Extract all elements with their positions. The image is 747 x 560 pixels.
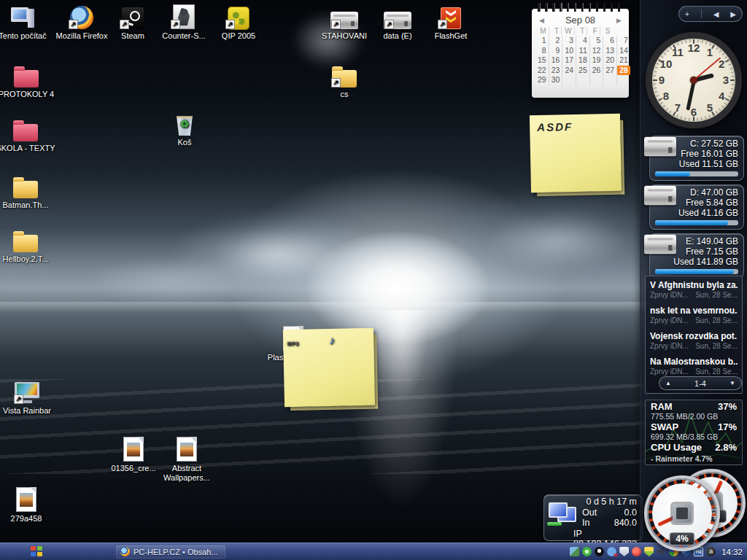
- calendar-date[interactable]: 17: [562, 55, 576, 66]
- calendar-day-headers: MTWTFSS: [532, 26, 629, 35]
- disk-meter-d[interactable]: D: 47.00 GB Free 5.84 GB Used 41.16 GB: [649, 184, 744, 230]
- calendar-date[interactable]: 29: [535, 75, 549, 85]
- sidebar-next-button[interactable]: ▶: [730, 10, 736, 18]
- news-title[interactable]: Na Malostranskou b...: [650, 357, 738, 367]
- cpu-gauge-widget[interactable]: 4%: [644, 475, 720, 551]
- sidebar-add-button[interactable]: +: [685, 10, 689, 18]
- disk-free: Free 5.84 GB: [678, 198, 738, 208]
- calendar-date[interactable]: 21: [616, 55, 630, 66]
- calendar-date[interactable]: 30: [549, 75, 562, 85]
- calendar-date[interactable]: 2: [549, 36, 562, 46]
- calendar-date[interactable]: 8: [535, 46, 549, 56]
- calendar-date[interactable]: 28: [616, 66, 630, 76]
- network-widget[interactable]: 0 d 5 h 17 m Out 0.0 In 840.0 IP 89.103.…: [543, 494, 643, 541]
- calendar-date[interactable]: 22: [535, 66, 549, 76]
- news-title[interactable]: nsk let na vesmrnou...: [650, 306, 738, 316]
- calendar-widget[interactable]: ◀ Sep 08 ▶ MTWTFSS 123456789101112131415…: [532, 3, 629, 98]
- calendar-date[interactable]: [562, 75, 576, 85]
- calendar-day-header: S: [600, 26, 613, 35]
- calendar-date[interactable]: [616, 75, 630, 85]
- disk-usage-bar: [655, 269, 738, 274]
- tray-security-shield-icon[interactable]: [644, 547, 654, 556]
- news-title[interactable]: V Afghnistnu byla za...: [650, 280, 738, 290]
- desktop-icon-skola-texty[interactable]: SKOLA - TEXTY: [0, 115, 59, 153]
- desktop-icon-batman[interactable]: Batman.Th...: [0, 172, 59, 210]
- calendar-date[interactable]: 12: [589, 46, 603, 56]
- system-monitor-widget[interactable]: RAM 37% 775.55 MB/2.00 GB SWAP 17% 699.3…: [645, 400, 743, 465]
- desktop-icon-cs-folder[interactable]: ↗ cs: [311, 61, 378, 99]
- folder-icon: [13, 181, 38, 198]
- calendar-day-header: F: [587, 26, 600, 35]
- calendar-date[interactable]: 19: [589, 55, 603, 66]
- desktop-icon-image-file-2[interactable]: Abstract Wallpapers...: [153, 435, 220, 483]
- calendar-date[interactable]: 10: [562, 46, 576, 56]
- calendar-date[interactable]: [589, 75, 603, 85]
- tray-antivirus-icon[interactable]: [632, 547, 641, 556]
- news-title[interactable]: Vojensk rozvdka pot...: [650, 331, 738, 341]
- calendar-date[interactable]: [603, 75, 616, 85]
- calendar-date[interactable]: 14: [616, 46, 630, 56]
- analog-clock-widget[interactable]: 123456789101112: [646, 32, 742, 128]
- calendar-date[interactable]: 27: [603, 66, 616, 76]
- calendar-date[interactable]: 9: [549, 46, 562, 56]
- news-item[interactable]: V Afghnistnu byla za... Zprvy iDN... Sun…: [646, 276, 742, 302]
- calendar-date[interactable]: 1: [535, 36, 549, 46]
- desktop-icon-hellboy[interactable]: Hellboy.2.T...: [0, 226, 59, 264]
- calendar-date[interactable]: 3: [562, 36, 576, 46]
- task-label: PC-HELP.CZ • Obsah...: [133, 548, 218, 556]
- icon-label: Steam: [121, 31, 144, 40]
- tray-steam-icon[interactable]: [595, 547, 604, 556]
- news-pager-up-icon[interactable]: ▲: [665, 380, 671, 386]
- calendar-day-header: T: [574, 26, 587, 35]
- calendar-date[interactable]: 24: [562, 66, 576, 76]
- calendar-date[interactable]: 26: [589, 66, 603, 76]
- sidebar-prev-button[interactable]: ◀: [713, 10, 719, 18]
- start-button[interactable]: [31, 546, 43, 557]
- calendar-date[interactable]: 7: [616, 36, 630, 46]
- calendar-date[interactable]: 4: [576, 36, 589, 46]
- desktop-icon-recycle-bin[interactable]: Koš: [151, 109, 218, 147]
- desktop-icon-mp3-file[interactable]: ♪ MP3 Plastic - Frogs: [260, 324, 327, 362]
- calendar-date[interactable]: 5: [589, 36, 603, 46]
- disk-used: Used 141.89 GB: [673, 257, 738, 267]
- tray-qip-status-icon[interactable]: [582, 547, 592, 556]
- news-item[interactable]: nsk let na vesmrnou... Zprvy iDN... Sun,…: [646, 302, 742, 327]
- desktop-icon-protokoly[interactable]: PROTOKOLY 4: [0, 61, 60, 99]
- tray-shield-icon[interactable]: [619, 547, 629, 556]
- taskbar-task-firefox[interactable]: PC-HELP.CZ • Obsah...: [116, 545, 225, 559]
- taskbar-clock[interactable]: 14:32: [721, 548, 743, 556]
- disk-meter-e[interactable]: E: 149.04 GB Free 7.15 GB Used 141.89 GB: [649, 233, 744, 279]
- calendar-date[interactable]: [576, 75, 589, 85]
- calendar-date[interactable]: 25: [576, 66, 589, 76]
- desktop-icon-flashget[interactable]: ↗ FlashGet: [417, 3, 484, 41]
- tray-network-disconnected-icon[interactable]: [607, 547, 616, 556]
- sticky-note-widget[interactable]: ASDF: [530, 114, 622, 193]
- calendar-date[interactable]: 18: [576, 55, 589, 66]
- tray-ati-icon[interactable]: a: [706, 547, 716, 556]
- desktop-icon-image-file-3[interactable]: 279a458: [0, 486, 60, 524]
- sidebar-pager-control[interactable]: + ◀ ▶: [678, 6, 743, 22]
- desktop-icon-vista-rainbar[interactable]: ↗ Vista Rainbar: [0, 378, 61, 416]
- icon-label: SKOLA - TEXTY: [0, 144, 55, 152]
- calendar-date[interactable]: 16: [549, 55, 562, 66]
- disk-free: Free 7.15 GB: [673, 246, 738, 257]
- calendar-date[interactable]: 13: [603, 46, 616, 56]
- news-item[interactable]: Na Malostranskou b... Zprvy iDN... Sun, …: [646, 353, 742, 378]
- calendar-prev-button[interactable]: ◀: [539, 17, 544, 24]
- sticky-note-text: ASDF: [537, 120, 573, 133]
- desktop-icon-qip[interactable]: ↗ QIP 2005: [205, 3, 272, 41]
- calendar-date[interactable]: 20: [603, 55, 616, 66]
- calendar-date[interactable]: 6: [603, 36, 616, 46]
- calendar-date[interactable]: 11: [576, 46, 589, 56]
- tray-volume-icon[interactable]: [657, 547, 666, 556]
- calendar-next-button[interactable]: ▶: [616, 17, 622, 24]
- disk-meter-c[interactable]: C: 27.52 GB Free 16.01 GB Used 11.51 GB: [649, 136, 744, 181]
- news-pager-down-icon[interactable]: ▼: [729, 380, 735, 386]
- network-out-label: Out: [582, 508, 597, 518]
- calendar-date[interactable]: 15: [535, 55, 549, 66]
- disk-used: Used 11.51 GB: [679, 159, 738, 169]
- news-pager[interactable]: ▲ 1-4 ▼: [659, 376, 742, 390]
- tray-image-viewer-icon[interactable]: [570, 547, 579, 556]
- calendar-date[interactable]: 23: [549, 66, 562, 76]
- news-item[interactable]: Vojensk rozvdka pot... Zprvy iDN... Sun,…: [646, 327, 742, 353]
